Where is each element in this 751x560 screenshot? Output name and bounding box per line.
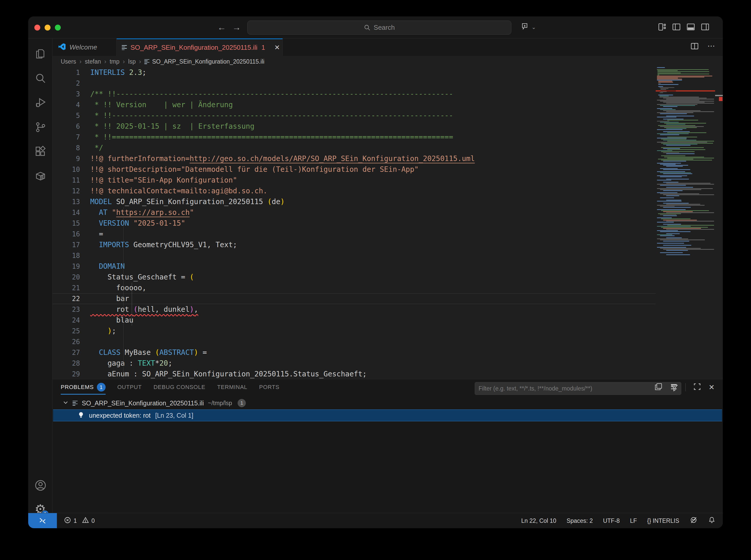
close-window-button[interactable]	[34, 25, 40, 31]
status-item[interactable]: {} INTERLIS	[647, 517, 679, 524]
code-token: GeometryCHLV95_V1, Text;	[129, 241, 237, 249]
breadcrumb-file[interactable]: SO_ARP_SEin_Konfiguration_20250115.ili	[144, 58, 264, 65]
breadcrumb-item[interactable]: lsp	[128, 58, 136, 65]
breadcrumb-item[interactable]: stefan	[85, 58, 101, 65]
minimap-line	[663, 148, 680, 149]
notifications-bell-icon[interactable]	[708, 516, 716, 525]
view-as-table-icon[interactable]	[670, 383, 678, 392]
status-item[interactable]: Ln 22, Col 10	[521, 517, 556, 524]
minimap-line	[657, 192, 677, 193]
copilot-menu[interactable]: ⌄	[521, 22, 536, 32]
code-line[interactable]: AT "https://arp.so.ch"	[90, 207, 651, 218]
code-line[interactable]: INTERLIS 2.3;	[90, 67, 651, 78]
problems-filter[interactable]	[475, 382, 681, 395]
code-line[interactable]: blau	[90, 315, 651, 326]
code-line[interactable]: /** !!----------------------------------…	[90, 89, 651, 99]
toggle-secondary-sidebar-icon[interactable]	[701, 23, 709, 31]
panel-tab-problems[interactable]: PROBLEMS1	[61, 379, 106, 395]
code-line[interactable]: rot (hell, dunkel),	[90, 304, 651, 315]
code-line[interactable]: Status_Geschaeft = (	[90, 272, 651, 283]
code-line[interactable]	[90, 250, 651, 261]
code-line[interactable]: IMPORTS GeometryCHLV95_V1, Text;	[90, 239, 651, 250]
code-line[interactable]: aEnum : SO_ARP_SEin_Konfiguration_202501…	[90, 369, 651, 379]
close-panel-icon[interactable]: ✕	[709, 383, 715, 392]
status-item[interactable]: LF	[630, 517, 637, 524]
minimap-line	[660, 189, 701, 190]
breadcrumb-item[interactable]: tmp	[110, 58, 119, 65]
minimap-line	[657, 67, 665, 68]
panel-tab-terminal[interactable]: TERMINAL	[217, 379, 247, 395]
more-actions-icon[interactable]: ⋯	[707, 42, 715, 51]
code-line[interactable]: * !! 2025-01-15 | sz | Ersterfassung	[90, 121, 651, 132]
code-line[interactable]: DOMAIN	[90, 261, 651, 272]
minimap-line	[657, 238, 688, 239]
tab-welcome[interactable]: Welcome	[53, 38, 117, 56]
containers-icon[interactable]	[28, 165, 53, 187]
editor-code-area[interactable]: INTERLIS 2.3;/** !!---------------------…	[90, 67, 651, 379]
code-line[interactable]: fooooo,	[90, 283, 651, 293]
code-line[interactable]	[90, 78, 651, 89]
code-line[interactable]: CLASS MyBase (ABSTRACT) =	[90, 347, 651, 358]
panel-tab-debug-console[interactable]: DEBUG CONSOLE	[154, 379, 205, 395]
minimap-line	[657, 247, 686, 248]
problems-file-group[interactable]: SO_ARP_SEin_Konfiguration_20250115.ili ~…	[53, 398, 723, 408]
problems-filter-input[interactable]	[475, 385, 671, 392]
code-line[interactable]: !!@ title="SEin-App Konfiguration"	[90, 175, 651, 186]
code-line[interactable]: VERSION "2025-01-15"	[90, 218, 651, 229]
status-item[interactable]: Spaces: 2	[566, 517, 593, 524]
search-sidebar-icon[interactable]	[28, 67, 53, 89]
problem-item-selected[interactable]: unexpected token: rot [Ln 23, Col 1]	[53, 409, 722, 421]
problems-summary[interactable]: 1 0	[64, 513, 95, 528]
code-token: VERSION	[99, 219, 129, 227]
status-item[interactable]: UTF-8	[603, 517, 620, 524]
minimap-line	[661, 210, 709, 211]
code-line[interactable]: */	[90, 143, 651, 153]
code-line[interactable]: !!@ shortDescription="Datenmodell für di…	[90, 164, 651, 175]
source-control-icon[interactable]	[28, 116, 53, 138]
split-editor-icon[interactable]	[691, 42, 699, 51]
customize-layout-icon[interactable]	[658, 23, 666, 31]
account-icon[interactable]	[28, 474, 53, 496]
minimap-line	[666, 183, 711, 184]
minimap-line	[661, 89, 666, 90]
remote-indicator[interactable]	[28, 513, 57, 528]
explorer-icon[interactable]	[28, 43, 53, 65]
back-button[interactable]: ←	[217, 16, 226, 38]
command-center-search[interactable]: Search	[247, 21, 511, 35]
code-line[interactable]	[90, 336, 651, 347]
maximize-panel-icon[interactable]	[693, 383, 701, 392]
forward-button[interactable]: →	[232, 16, 241, 38]
minimap-line	[667, 149, 705, 150]
panel-tab-output[interactable]: OUTPUT	[117, 379, 142, 395]
code-line[interactable]: gaga : TEXT*20;	[90, 358, 651, 369]
code-line[interactable]: * !!====================================…	[90, 132, 651, 143]
close-tab-icon[interactable]: ✕	[274, 44, 280, 52]
editor-gutter: 1234567891011121314151617181920212223242…	[53, 67, 80, 379]
code-token: IMPORTS	[99, 241, 129, 249]
toggle-primary-sidebar-icon[interactable]	[672, 23, 681, 31]
minimap-line	[661, 88, 668, 89]
code-line[interactable]: MODEL SO_ARP_SEin_Konfiguration_20250115…	[90, 196, 651, 207]
code-line[interactable]: =	[90, 229, 651, 239]
copilot-disabled-icon[interactable]	[689, 516, 698, 526]
collapse-all-icon[interactable]	[655, 383, 662, 392]
extensions-icon[interactable]	[28, 140, 53, 162]
run-debug-icon[interactable]	[28, 92, 53, 114]
code-line[interactable]: * !! Version | wer | Änderung	[90, 99, 651, 110]
code-line[interactable]: bar	[90, 293, 651, 304]
code-line[interactable]: );	[90, 326, 651, 336]
line-number: 12	[53, 186, 80, 196]
minimap[interactable]	[656, 67, 715, 272]
minimize-window-button[interactable]	[45, 25, 50, 31]
zoom-window-button[interactable]	[55, 25, 61, 31]
minimap-line	[658, 86, 663, 87]
breadcrumb[interactable]: Users›stefan›tmp›lsp›SO_ARP_SEin_Konfigu…	[53, 56, 656, 67]
toggle-panel-icon[interactable]	[686, 23, 695, 31]
code-line[interactable]: !!@ technicalContact=mailto:agi@bd.so.ch…	[90, 186, 651, 196]
minimap-line	[663, 144, 697, 145]
code-line[interactable]: * !!------------------------------------…	[90, 110, 651, 121]
breadcrumb-item[interactable]: Users	[61, 58, 76, 65]
code-line[interactable]: !!@ furtherInformation=http://geo.so.ch/…	[90, 153, 651, 164]
panel-tab-ports[interactable]: PORTS	[259, 379, 279, 395]
tab-active-file[interactable]: SO_ARP_SEin_Konfiguration_20250115.ili 1…	[117, 38, 283, 56]
